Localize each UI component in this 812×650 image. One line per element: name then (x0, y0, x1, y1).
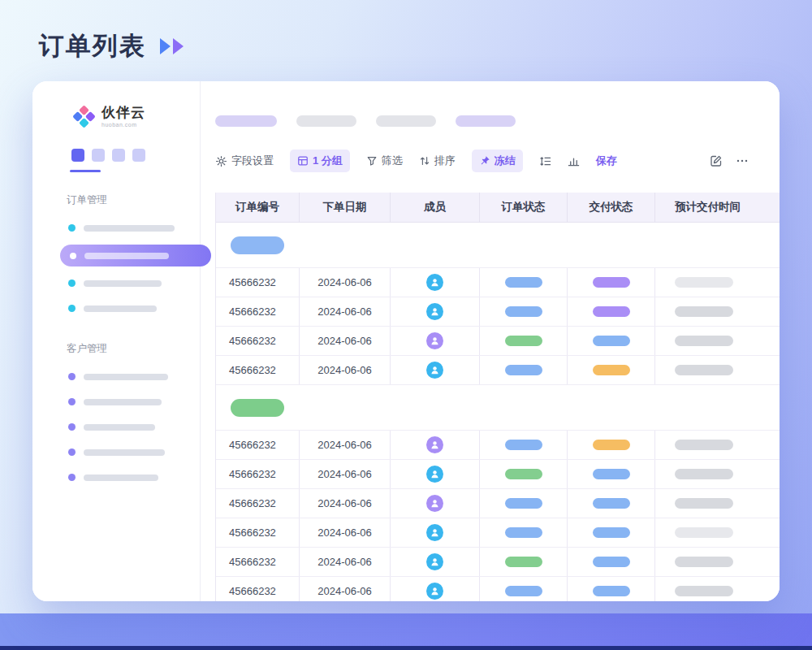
column-header[interactable]: 成员 (391, 193, 480, 222)
column-header[interactable]: 订单编号 (216, 193, 300, 222)
table-row[interactable]: 456662322024-06-06 (216, 460, 780, 489)
order-status-pill (505, 306, 542, 317)
delivery-status-pill (593, 498, 630, 509)
item-dot (70, 253, 76, 259)
row-height-button[interactable] (539, 155, 551, 167)
sidebar-tab-3[interactable] (112, 149, 125, 162)
toolbar: 字段设置 1 分组 筛选 (215, 150, 780, 172)
filter-button[interactable]: 筛选 (366, 154, 403, 168)
eta-cell (655, 356, 780, 384)
order-date-cell: 2024-06-06 (300, 548, 391, 576)
item-dot (68, 448, 76, 456)
sort-button[interactable]: 排序 (419, 154, 456, 168)
column-header[interactable]: 订单状态 (480, 193, 568, 222)
sidebar-item[interactable] (32, 440, 200, 465)
sidebar-item-selected[interactable] (60, 245, 211, 266)
member-cell (391, 518, 480, 547)
sidebar-item[interactable] (32, 389, 200, 414)
column-header[interactable]: 预计交付时间 (655, 193, 780, 222)
table-row[interactable]: 456662322024-06-06 (216, 297, 780, 327)
toolbar-right (710, 154, 749, 167)
sidebar-item[interactable] (32, 271, 200, 296)
order-status-cell (480, 577, 568, 601)
sidebar-item[interactable] (32, 215, 200, 240)
table-row[interactable]: 456662322024-06-06 (216, 518, 780, 548)
table-row[interactable]: 456662322024-06-06 (216, 356, 780, 385)
sidebar-item[interactable] (32, 465, 200, 490)
table-row[interactable]: 456662322024-06-06 (216, 431, 780, 460)
freeze-button[interactable]: 冻结 (472, 150, 523, 172)
sidebar-tab-1[interactable] (71, 149, 84, 162)
member-avatar (426, 303, 443, 320)
group-button[interactable]: 1 分组 (290, 150, 350, 172)
sidebar-item[interactable] (32, 364, 200, 389)
eta-cell (655, 518, 780, 547)
field-settings-button[interactable]: 字段设置 (215, 154, 274, 168)
member-cell (391, 548, 480, 576)
brand-domain: huoban.com (102, 122, 145, 128)
edit-button[interactable] (710, 154, 723, 167)
chart-button[interactable] (568, 155, 580, 167)
footer-line (0, 646, 812, 650)
eta-cell (655, 297, 780, 326)
group-label: 1 分组 (313, 154, 343, 168)
sidebar-item[interactable] (32, 414, 200, 440)
page-title: 订单列表 (39, 29, 146, 63)
sidebar-section-label: 订单管理 (67, 193, 200, 207)
sidebar: 伙伴云 huoban.com 订单管理客户管理 (32, 81, 201, 601)
app-window: 伙伴云 huoban.com 订单管理客户管理 字段设置 (32, 81, 780, 601)
member-avatar (426, 332, 443, 349)
skeleton-pill (456, 115, 516, 127)
table-row[interactable]: 456662322024-06-06 (216, 327, 780, 356)
delivery-status-pill (593, 440, 630, 450)
filter-label: 筛选 (382, 154, 403, 168)
item-dot (68, 423, 76, 431)
order-no-cell: 45666232 (216, 297, 300, 326)
item-skeleton-bar (84, 474, 158, 481)
eta-pill (675, 527, 733, 538)
member-avatar (426, 495, 443, 512)
member-avatar (426, 466, 443, 483)
view-tabs-skeleton (215, 115, 780, 127)
item-dot (68, 305, 76, 312)
eta-cell (655, 431, 780, 459)
save-button[interactable]: 保存 (596, 154, 617, 168)
order-status-cell (480, 489, 568, 518)
table-row[interactable]: 456662322024-06-06 (216, 548, 780, 577)
delivery-status-pill (593, 306, 630, 317)
delivery-status-pill (593, 557, 630, 567)
member-cell (391, 577, 480, 601)
orders-table: 订单编号下单日期成员订单状态交付状态预计交付时间 456662322024-06… (215, 193, 780, 601)
order-status-pill (505, 527, 542, 538)
more-button[interactable] (736, 154, 749, 167)
sidebar-sections: 订单管理客户管理 (32, 193, 200, 490)
member-cell (391, 356, 480, 384)
member-cell (391, 268, 480, 297)
column-header[interactable]: 下单日期 (300, 193, 391, 222)
member-avatar (426, 553, 443, 570)
brand-name: 伙伴云 (102, 106, 145, 121)
item-skeleton-bar (84, 306, 157, 312)
table-row[interactable]: 456662322024-06-06 (216, 268, 780, 297)
table-row[interactable]: 456662322024-06-06 (216, 489, 780, 518)
freeze-label: 冻结 (495, 154, 516, 168)
group-header-row[interactable] (216, 223, 780, 268)
table-row[interactable]: 456662322024-06-06 (216, 577, 780, 601)
sidebar-tab-4[interactable] (132, 149, 145, 162)
delivery-status-cell (568, 356, 655, 384)
order-date-cell: 2024-06-06 (300, 518, 391, 547)
sidebar-item[interactable] (32, 296, 200, 321)
group-header-row[interactable] (216, 385, 780, 431)
order-no-cell: 45666232 (216, 460, 300, 488)
order-status-cell (480, 297, 568, 326)
page-background: 订单列表 伙伴云 huoban.com (0, 0, 812, 650)
member-cell (391, 297, 480, 326)
sidebar-tab-2[interactable] (92, 149, 105, 162)
main-content: 字段设置 1 分组 筛选 (201, 81, 780, 601)
item-skeleton-bar (84, 374, 168, 380)
skeleton-pill (376, 115, 436, 127)
skeleton-pill (296, 115, 356, 127)
order-no-cell: 45666232 (216, 518, 300, 547)
eta-cell (655, 268, 780, 297)
column-header[interactable]: 交付状态 (568, 193, 655, 222)
